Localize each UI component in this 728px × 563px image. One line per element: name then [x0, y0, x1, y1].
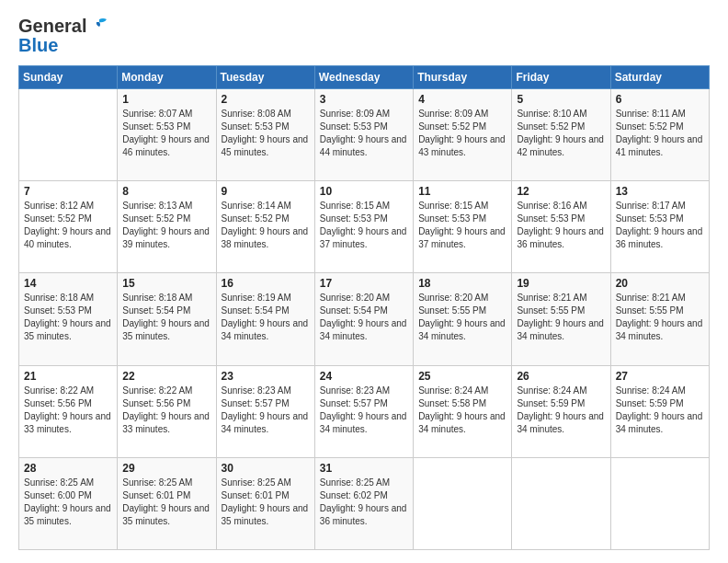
cell-info: Sunrise: 8:19 AMSunset: 5:54 PMDaylight:… [222, 292, 310, 343]
calendar-cell: 5Sunrise: 8:10 AMSunset: 5:52 PMDaylight… [512, 89, 610, 181]
calendar-cell: 15Sunrise: 8:18 AMSunset: 5:54 PMDayligh… [118, 273, 216, 365]
day-number: 2 [222, 93, 310, 106]
cell-info: Sunrise: 8:25 AMSunset: 6:00 PMDaylight:… [24, 477, 112, 528]
calendar-cell: 29Sunrise: 8:25 AMSunset: 6:01 PMDayligh… [118, 457, 216, 549]
day-number: 12 [517, 185, 605, 198]
calendar-week-1: 7Sunrise: 8:12 AMSunset: 5:52 PMDaylight… [19, 181, 710, 273]
day-number: 20 [616, 277, 704, 290]
weekday-header-saturday: Saturday [610, 66, 709, 89]
calendar-cell: 12Sunrise: 8:16 AMSunset: 5:53 PMDayligh… [512, 181, 610, 273]
cell-info: Sunrise: 8:09 AMSunset: 5:53 PMDaylight:… [320, 108, 408, 159]
cell-info: Sunrise: 8:22 AMSunset: 5:56 PMDaylight:… [24, 385, 112, 436]
calendar-cell: 8Sunrise: 8:13 AMSunset: 5:52 PMDaylight… [118, 181, 216, 273]
day-number: 17 [320, 277, 408, 290]
calendar-cell: 25Sunrise: 8:24 AMSunset: 5:58 PMDayligh… [414, 365, 512, 457]
day-number: 27 [616, 370, 704, 383]
day-number: 26 [517, 370, 605, 383]
cell-info: Sunrise: 8:14 AMSunset: 5:52 PMDaylight:… [222, 200, 310, 251]
calendar-cell: 30Sunrise: 8:25 AMSunset: 6:01 PMDayligh… [216, 457, 314, 549]
day-number: 31 [320, 462, 408, 475]
calendar-week-2: 14Sunrise: 8:18 AMSunset: 5:53 PMDayligh… [19, 273, 710, 365]
day-number: 25 [418, 370, 506, 383]
calendar-cell: 3Sunrise: 8:09 AMSunset: 5:53 PMDaylight… [314, 89, 413, 181]
day-number: 23 [222, 370, 310, 383]
cell-info: Sunrise: 8:24 AMSunset: 5:59 PMDaylight:… [517, 385, 605, 436]
day-number: 30 [222, 462, 310, 475]
cell-info: Sunrise: 8:07 AMSunset: 5:53 PMDaylight:… [122, 108, 210, 159]
day-number: 28 [24, 462, 112, 475]
day-number: 11 [418, 185, 506, 198]
cell-info: Sunrise: 8:23 AMSunset: 5:57 PMDaylight:… [222, 385, 310, 436]
calendar-cell: 14Sunrise: 8:18 AMSunset: 5:53 PMDayligh… [19, 273, 118, 365]
calendar-week-0: 1Sunrise: 8:07 AMSunset: 5:53 PMDaylight… [19, 89, 710, 181]
day-number: 21 [24, 370, 112, 383]
calendar-cell: 28Sunrise: 8:25 AMSunset: 6:00 PMDayligh… [19, 457, 118, 549]
logo: General Blue [18, 17, 107, 56]
day-number: 8 [122, 185, 210, 198]
calendar-cell [610, 457, 709, 549]
day-number: 5 [517, 93, 605, 106]
day-number: 14 [24, 277, 112, 290]
calendar-cell [414, 457, 512, 549]
calendar-cell: 9Sunrise: 8:14 AMSunset: 5:52 PMDaylight… [216, 181, 314, 273]
weekday-header-friday: Friday [512, 66, 610, 89]
calendar-cell [19, 89, 118, 181]
weekday-header-tuesday: Tuesday [216, 66, 314, 89]
cell-info: Sunrise: 8:09 AMSunset: 5:52 PMDaylight:… [418, 108, 506, 159]
calendar-cell: 18Sunrise: 8:20 AMSunset: 5:55 PMDayligh… [414, 273, 512, 365]
cell-info: Sunrise: 8:25 AMSunset: 6:01 PMDaylight:… [222, 477, 310, 528]
day-number: 9 [222, 185, 310, 198]
calendar-cell: 10Sunrise: 8:15 AMSunset: 5:53 PMDayligh… [314, 181, 413, 273]
cell-info: Sunrise: 8:21 AMSunset: 5:55 PMDaylight:… [517, 292, 605, 343]
cell-info: Sunrise: 8:18 AMSunset: 5:53 PMDaylight:… [24, 292, 112, 343]
logo-blue-text: Blue [18, 35, 107, 56]
cell-info: Sunrise: 8:12 AMSunset: 5:52 PMDaylight:… [24, 200, 112, 251]
calendar-cell: 13Sunrise: 8:17 AMSunset: 5:53 PMDayligh… [610, 181, 709, 273]
header: General Blue [18, 17, 710, 56]
cell-info: Sunrise: 8:17 AMSunset: 5:53 PMDaylight:… [616, 200, 704, 251]
day-number: 16 [222, 277, 310, 290]
cell-info: Sunrise: 8:24 AMSunset: 5:59 PMDaylight:… [616, 385, 704, 436]
cell-info: Sunrise: 8:25 AMSunset: 6:02 PMDaylight:… [320, 477, 408, 528]
cell-info: Sunrise: 8:23 AMSunset: 5:57 PMDaylight:… [320, 385, 408, 436]
calendar-cell: 4Sunrise: 8:09 AMSunset: 5:52 PMDaylight… [414, 89, 512, 181]
cell-info: Sunrise: 8:20 AMSunset: 5:55 PMDaylight:… [418, 292, 506, 343]
day-number: 15 [122, 277, 210, 290]
calendar-table: SundayMondayTuesdayWednesdayThursdayFrid… [18, 65, 710, 550]
calendar-cell: 23Sunrise: 8:23 AMSunset: 5:57 PMDayligh… [216, 365, 314, 457]
weekday-header-thursday: Thursday [414, 66, 512, 89]
calendar-cell: 16Sunrise: 8:19 AMSunset: 5:54 PMDayligh… [216, 273, 314, 365]
weekday-header-sunday: Sunday [19, 66, 118, 89]
calendar-week-3: 21Sunrise: 8:22 AMSunset: 5:56 PMDayligh… [19, 365, 710, 457]
calendar-week-4: 28Sunrise: 8:25 AMSunset: 6:00 PMDayligh… [19, 457, 710, 549]
cell-info: Sunrise: 8:20 AMSunset: 5:54 PMDaylight:… [320, 292, 408, 343]
calendar-cell: 17Sunrise: 8:20 AMSunset: 5:54 PMDayligh… [314, 273, 413, 365]
day-number: 22 [122, 370, 210, 383]
day-number: 24 [320, 370, 408, 383]
calendar-cell: 6Sunrise: 8:11 AMSunset: 5:52 PMDaylight… [610, 89, 709, 181]
day-number: 13 [616, 185, 704, 198]
weekday-header-monday: Monday [118, 66, 216, 89]
cell-info: Sunrise: 8:11 AMSunset: 5:52 PMDaylight:… [616, 108, 704, 159]
day-number: 10 [320, 185, 408, 198]
day-number: 19 [517, 277, 605, 290]
cell-info: Sunrise: 8:15 AMSunset: 5:53 PMDaylight:… [418, 200, 506, 251]
logo-bird-icon [86, 17, 107, 34]
calendar-cell: 24Sunrise: 8:23 AMSunset: 5:57 PMDayligh… [314, 365, 413, 457]
calendar-cell: 7Sunrise: 8:12 AMSunset: 5:52 PMDaylight… [19, 181, 118, 273]
cell-info: Sunrise: 8:25 AMSunset: 6:01 PMDaylight:… [122, 477, 210, 528]
calendar-cell: 22Sunrise: 8:22 AMSunset: 5:56 PMDayligh… [118, 365, 216, 457]
cell-info: Sunrise: 8:15 AMSunset: 5:53 PMDaylight:… [320, 200, 408, 251]
calendar-cell: 26Sunrise: 8:24 AMSunset: 5:59 PMDayligh… [512, 365, 610, 457]
cell-info: Sunrise: 8:22 AMSunset: 5:56 PMDaylight:… [122, 385, 210, 436]
day-number: 29 [122, 462, 210, 475]
day-number: 1 [122, 93, 210, 106]
day-number: 18 [418, 277, 506, 290]
calendar-cell: 11Sunrise: 8:15 AMSunset: 5:53 PMDayligh… [414, 181, 512, 273]
cell-info: Sunrise: 8:18 AMSunset: 5:54 PMDaylight:… [122, 292, 210, 343]
calendar-cell: 1Sunrise: 8:07 AMSunset: 5:53 PMDaylight… [118, 89, 216, 181]
calendar-cell: 19Sunrise: 8:21 AMSunset: 5:55 PMDayligh… [512, 273, 610, 365]
cell-info: Sunrise: 8:13 AMSunset: 5:52 PMDaylight:… [122, 200, 210, 251]
cell-info: Sunrise: 8:08 AMSunset: 5:53 PMDaylight:… [222, 108, 310, 159]
calendar-cell: 2Sunrise: 8:08 AMSunset: 5:53 PMDaylight… [216, 89, 314, 181]
